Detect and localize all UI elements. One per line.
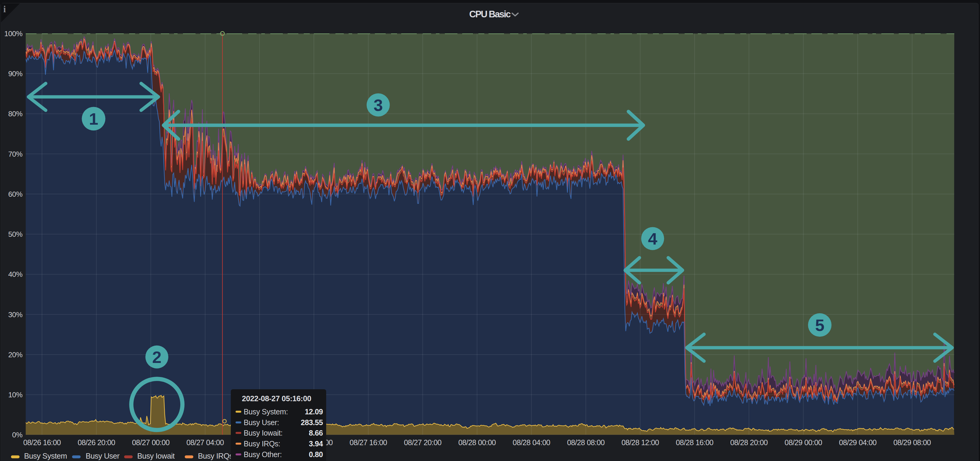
svg-text:3.94: 3.94 <box>309 439 323 448</box>
svg-text:08/27 00:00: 08/27 00:00 <box>132 438 170 447</box>
svg-text:0%: 0% <box>12 431 22 439</box>
svg-text:Busy Other:: Busy Other: <box>243 450 282 459</box>
svg-text:08/26 20:00: 08/26 20:00 <box>78 438 115 447</box>
svg-text:Busy Iowait: Busy Iowait <box>137 452 175 460</box>
svg-text:Busy IRQs: Busy IRQs <box>198 452 233 460</box>
svg-text:08/28 12:00: 08/28 12:00 <box>622 438 659 447</box>
svg-text:10%: 10% <box>8 391 22 399</box>
svg-text:Busy Iowait:: Busy Iowait: <box>243 429 283 437</box>
svg-text:70%: 70% <box>8 150 22 158</box>
svg-text:08/27 16:00: 08/27 16:00 <box>350 438 387 447</box>
svg-text:08/28 20:00: 08/28 20:00 <box>730 438 767 447</box>
svg-text:283.55: 283.55 <box>301 418 323 427</box>
svg-text:1: 1 <box>89 110 98 128</box>
svg-text:4: 4 <box>648 229 657 248</box>
svg-text:60%: 60% <box>8 190 22 198</box>
svg-text:08/28 00:00: 08/28 00:00 <box>458 438 496 447</box>
svg-text:08/29 00:00: 08/29 00:00 <box>784 438 822 447</box>
svg-text:Busy System:: Busy System: <box>243 407 288 416</box>
svg-text:08/29 08:00: 08/29 08:00 <box>893 438 931 447</box>
svg-text:3: 3 <box>374 96 383 114</box>
svg-text:Busy IRQs:: Busy IRQs: <box>243 439 280 448</box>
svg-text:5: 5 <box>815 316 824 335</box>
svg-text:08/27 04:00: 08/27 04:00 <box>186 438 224 447</box>
svg-text:2: 2 <box>152 348 161 367</box>
svg-text:08/27 20:00: 08/27 20:00 <box>404 438 441 447</box>
svg-text:08/28 16:00: 08/28 16:00 <box>676 438 713 447</box>
svg-text:08/29 04:00: 08/29 04:00 <box>839 438 876 447</box>
svg-text:30%: 30% <box>8 311 22 319</box>
svg-text:100%: 100% <box>4 30 22 38</box>
svg-text:CPU Basic: CPU Basic <box>469 9 511 19</box>
svg-text:08/26 16:00: 08/26 16:00 <box>23 438 61 447</box>
svg-text:0.80: 0.80 <box>309 450 323 459</box>
svg-text:08/28 04:00: 08/28 04:00 <box>513 438 550 447</box>
svg-text:80%: 80% <box>8 110 22 118</box>
svg-text:i: i <box>3 4 6 14</box>
svg-text:40%: 40% <box>8 270 22 278</box>
svg-text:2022-08-27 05:16:00: 2022-08-27 05:16:00 <box>242 394 311 403</box>
svg-text:Busy User: Busy User <box>86 452 119 460</box>
svg-text:12.09: 12.09 <box>305 407 323 416</box>
svg-text:8.66: 8.66 <box>309 429 323 437</box>
svg-text:08/28 08:00: 08/28 08:00 <box>567 438 605 447</box>
svg-text:50%: 50% <box>8 230 22 238</box>
svg-text:Busy User:: Busy User: <box>243 418 279 427</box>
svg-text:20%: 20% <box>8 351 22 359</box>
svg-text:90%: 90% <box>8 70 22 78</box>
svg-text:Busy System: Busy System <box>24 452 67 460</box>
